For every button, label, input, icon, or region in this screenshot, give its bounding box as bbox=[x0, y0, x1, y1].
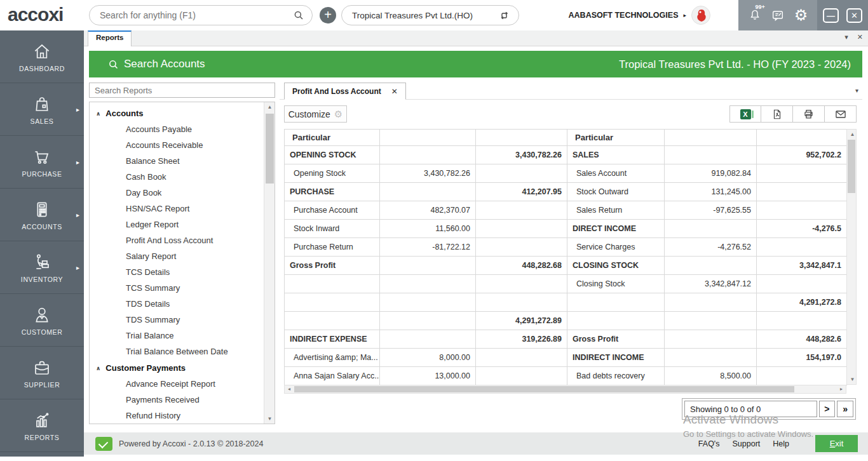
report-item-day-book[interactable]: Day Book bbox=[90, 185, 264, 201]
email-button[interactable] bbox=[825, 105, 857, 123]
tab-reports[interactable]: Reports bbox=[88, 30, 132, 46]
search-reports-input[interactable] bbox=[89, 83, 275, 98]
table-row[interactable]: Stock Inward11,560.00DIRECT INCOME-4,276… bbox=[285, 220, 847, 238]
calculator-icon bbox=[32, 199, 52, 220]
table-horizontal-scrollbar[interactable]: ◂ ▸ bbox=[284, 385, 846, 394]
help-link[interactable]: Help bbox=[773, 439, 789, 448]
scrollbar-thumb[interactable] bbox=[266, 114, 274, 184]
tabstrip-caret-down-icon[interactable]: ▾ bbox=[844, 33, 848, 41]
scroll-up-icon[interactable]: ▲ bbox=[264, 102, 275, 112]
sidebar-item-purchase[interactable]: PURCHASE▸ bbox=[0, 136, 84, 189]
report-item-profit-and-loss-account[interactable]: Profit And Loss Account bbox=[90, 232, 264, 248]
report-item-accounts-receivable[interactable]: Accounts Receivable bbox=[90, 137, 264, 153]
amount-cell bbox=[757, 183, 847, 201]
export-excel-button[interactable]: X bbox=[729, 105, 761, 123]
messages-icon[interactable] bbox=[771, 8, 785, 22]
customize-button[interactable]: Customize ⚙ bbox=[284, 105, 347, 123]
company-fiscal-year: Tropical Treasures Pvt Ltd. - HO (FY 202… bbox=[619, 58, 851, 70]
report-caret-down-icon[interactable]: ▾ bbox=[855, 87, 858, 94]
report-item-tds-details[interactable]: TDS Details bbox=[90, 296, 264, 312]
particular-cell: Purchase Account bbox=[285, 201, 380, 220]
report-item-time-to-get-paid[interactable]: Time to Get Paid bbox=[90, 424, 264, 424]
table-vertical-scrollbar[interactable]: ▲ ▼ bbox=[846, 129, 857, 385]
report-item-trial-balance-between-date[interactable]: Trial Balance Between Date bbox=[90, 344, 264, 359]
amount-cell: -4,276.5 bbox=[757, 220, 847, 238]
scroll-down-icon[interactable]: ▼ bbox=[264, 414, 275, 424]
scroll-right-icon[interactable]: ▸ bbox=[837, 385, 846, 393]
exit-button[interactable]: Exit bbox=[815, 435, 858, 452]
table-row[interactable]: PURCHASE412,207.95Stock Outward131,245.0… bbox=[285, 183, 847, 201]
report-item-salary-report[interactable]: Salary Report bbox=[90, 248, 264, 264]
table-row[interactable]: 4,291,272.8 bbox=[285, 293, 847, 312]
report-item-balance-sheet[interactable]: Balance Sheet bbox=[90, 153, 264, 169]
table-row[interactable]: Anna Sajan Salary Acc...13,000.00Bad deb… bbox=[285, 367, 847, 385]
table-row[interactable]: Purchase Account482,370.07Sales Return-9… bbox=[285, 201, 847, 220]
close-button[interactable]: ✕ bbox=[846, 8, 862, 23]
company-selector[interactable]: Tropical Treasures Pvt Ltd.(HO) bbox=[341, 5, 519, 25]
table-row[interactable]: Closing Stock3,342,847.12 bbox=[285, 275, 847, 293]
sidebar-item-accounts[interactable]: ACCOUNTS▸ bbox=[0, 189, 84, 241]
report-group-customer-payments[interactable]: ∧Customer Payments bbox=[90, 359, 264, 376]
faqs-link[interactable]: FAQ's bbox=[698, 439, 720, 448]
report-list-scrollbar[interactable]: ▲ ▼ bbox=[264, 102, 275, 424]
settings-gear-icon[interactable]: ⚙ bbox=[794, 6, 808, 24]
report-item-tcs-details[interactable]: TCS Details bbox=[90, 264, 264, 280]
scroll-up-icon[interactable]: ▲ bbox=[847, 130, 858, 139]
particular-cell: Anna Sajan Salary Acc... bbox=[285, 367, 380, 385]
sidebar-item-sales[interactable]: SALES▸ bbox=[0, 83, 84, 136]
sidebar-item-dashboard[interactable]: DASHBOARD bbox=[0, 30, 84, 83]
table-row[interactable]: 4,291,272.89 bbox=[285, 312, 847, 330]
sidebar-item-supplier[interactable]: SUPPLIER bbox=[0, 347, 84, 399]
report-item-payments-received[interactable]: Payments Received bbox=[90, 392, 264, 408]
report-item-refund-history[interactable]: Refund History bbox=[90, 408, 264, 424]
table-row[interactable]: Advertising &amp; Ma...8,000.00INDIRECT … bbox=[285, 349, 847, 367]
scrollbar-thumb[interactable] bbox=[848, 140, 855, 193]
switch-company-icon[interactable] bbox=[499, 10, 510, 21]
scroll-down-icon[interactable]: ▼ bbox=[847, 375, 858, 384]
notifications-bell-icon[interactable]: 99+ bbox=[748, 8, 762, 22]
table-row[interactable]: Gross Profit448,282.68CLOSING STOCK3,342… bbox=[285, 257, 847, 275]
scrollbar-thumb[interactable] bbox=[294, 386, 794, 392]
tabstrip-close-icon[interactable]: ✕ bbox=[857, 33, 863, 41]
print-button[interactable] bbox=[793, 105, 825, 123]
report-item-tcs-summary[interactable]: TCS Summary bbox=[90, 280, 264, 296]
tab-profit-and-loss[interactable]: Profit And Loss Account ✕ bbox=[284, 83, 406, 100]
report-item-cash-book[interactable]: Cash Book bbox=[90, 169, 264, 185]
global-search-input[interactable] bbox=[90, 10, 293, 20]
minimize-button[interactable]: — bbox=[823, 8, 839, 23]
chevron-up-icon: ∧ bbox=[96, 110, 100, 117]
next-page-button[interactable]: > bbox=[819, 401, 836, 417]
last-page-button[interactable]: » bbox=[837, 401, 853, 417]
pagination-status[interactable] bbox=[684, 401, 817, 417]
search-icon[interactable] bbox=[293, 10, 304, 21]
sidebar-item-customer[interactable]: CUSTOMER bbox=[0, 294, 84, 347]
table-row[interactable]: Opening Stock3,430,782.26Sales Account91… bbox=[285, 164, 847, 183]
sidebar-item-inventory[interactable]: INVENTORY▸ bbox=[0, 241, 84, 294]
report-group-accounts[interactable]: ∧Accounts bbox=[90, 105, 264, 121]
hand-truck-icon bbox=[32, 252, 52, 272]
particular-cell: SALES bbox=[567, 146, 665, 164]
user-avatar[interactable] bbox=[691, 6, 710, 25]
table-row[interactable]: INDIRECT EXPENSE319,226.89Gross Profit44… bbox=[285, 330, 847, 349]
report-item-advance-receipt-report[interactable]: Advance Receipt Report bbox=[90, 376, 264, 392]
company-selector-label: Tropical Treasures Pvt Ltd.(HO) bbox=[352, 11, 473, 20]
add-new-button[interactable]: + bbox=[320, 7, 336, 23]
search-accounts[interactable]: Search Accounts bbox=[108, 58, 205, 70]
tab-close-icon[interactable]: ✕ bbox=[391, 87, 398, 96]
report-item-trial-balance[interactable]: Trial Balance bbox=[90, 328, 264, 344]
sidebar-item-label: SALES bbox=[31, 117, 54, 125]
table-row[interactable]: Purchase Return-81,722.12Service Charges… bbox=[285, 238, 847, 257]
table-row[interactable]: OPENING STOCK3,430,782.26SALES952,702.2 bbox=[285, 146, 847, 164]
export-pdf-button[interactable] bbox=[761, 105, 793, 123]
report-item-ledger-report[interactable]: Ledger Report bbox=[90, 217, 264, 232]
org-name[interactable]: AABASOFT TECHNOLOGIES bbox=[569, 11, 679, 20]
sidebar-item-reports[interactable]: REPORTS bbox=[0, 399, 84, 452]
footer-bar: Powered by Accoxi - 2.0.13 © 2018-2024 F… bbox=[84, 432, 868, 455]
scroll-left-icon[interactable]: ◂ bbox=[285, 385, 294, 393]
amount-cell: 952,702.2 bbox=[757, 146, 847, 164]
report-item-hsn-sac-report[interactable]: HSN/SAC Report bbox=[90, 201, 264, 217]
sidebar-item-label: ACCOUNTS bbox=[22, 223, 62, 230]
report-item-tds-summary[interactable]: TDS Summary bbox=[90, 312, 264, 328]
support-link[interactable]: Support bbox=[733, 439, 761, 448]
report-item-accounts-payable[interactable]: Accounts Payable bbox=[90, 121, 264, 137]
